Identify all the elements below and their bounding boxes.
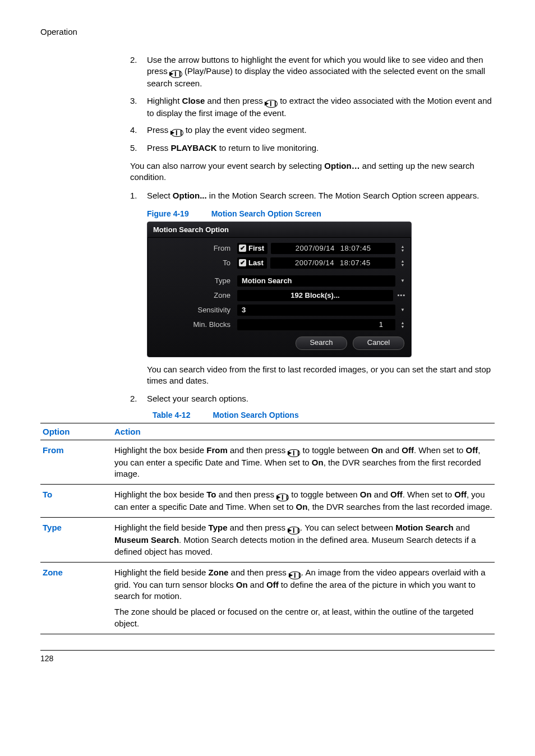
chevron-down-icon: ▼ xyxy=(399,263,407,267)
from-spinner[interactable]: ▲ ▼ xyxy=(399,243,407,254)
type-select[interactable]: Motion Search xyxy=(237,275,395,287)
dialog-title: Motion Search Option xyxy=(147,222,411,238)
step-number: 2. xyxy=(130,393,147,404)
text: Press xyxy=(147,143,171,153)
min-blocks-label: Min. Blocks xyxy=(152,320,234,329)
zone-label: Zone xyxy=(152,291,234,299)
option-zone: Zone xyxy=(40,562,112,634)
bold: On xyxy=(360,490,372,499)
sensitivity-select[interactable]: 3 xyxy=(237,305,395,316)
zone-row: Zone 192 Block(s)... ▪▪▪ xyxy=(152,288,407,303)
step-number: 4. xyxy=(130,125,147,137)
ellipsis-icon[interactable]: ▪▪▪ xyxy=(396,292,407,299)
text: to play the event video segment. xyxy=(186,125,307,135)
min-blocks-spinner[interactable]: ▲ ▼ xyxy=(399,319,407,330)
step-number: 1. xyxy=(130,190,147,201)
from-time: 18:07:45 xyxy=(340,243,371,254)
figure-title: Motion Search Option Screen xyxy=(211,209,321,218)
play-pause-icon: ▶❙❙ xyxy=(276,494,289,501)
text: and xyxy=(248,580,266,589)
from-label: From xyxy=(152,244,234,252)
text: (Play/Pause) to display the video associ… xyxy=(147,66,485,88)
page-number: 128 xyxy=(40,654,53,663)
check-icon: ✔ xyxy=(239,245,246,252)
text: Highlight xyxy=(147,96,182,105)
last-checkbox[interactable]: ✔ Last xyxy=(237,257,267,269)
paragraph: You can search video from the first to l… xyxy=(147,364,495,387)
to-row: To ✔ Last 2007/09/14 18:07:45 ▲ ▼ xyxy=(152,256,407,270)
bold: On xyxy=(371,445,383,455)
to-date: 2007/09/14 xyxy=(295,257,334,269)
check-icon: ✔ xyxy=(239,259,246,266)
min-blocks-field[interactable]: 1 xyxy=(237,319,395,330)
step-number: 2. xyxy=(130,54,147,90)
text: to toggle between xyxy=(289,490,360,499)
text: and then press xyxy=(216,490,277,499)
bold: From xyxy=(206,445,228,455)
search-button[interactable]: Search xyxy=(296,336,347,350)
table-number: Table 4-12 xyxy=(153,411,190,420)
sensitivity-row: Sensitivity 3 ▼ xyxy=(152,303,407,317)
step-number: 5. xyxy=(130,142,147,154)
to-spinner[interactable]: ▲ ▼ xyxy=(399,257,407,269)
bold: Close xyxy=(182,96,205,105)
options-table: Option Action From Highlight the box bes… xyxy=(40,423,495,634)
text: Highlight the box beside xyxy=(114,445,206,455)
text: and xyxy=(372,490,390,499)
step-c-2: 2. Select your search options. xyxy=(130,393,495,404)
text: and then press xyxy=(228,445,288,455)
text: and xyxy=(383,445,402,455)
first-checkbox[interactable]: ✔ First xyxy=(237,243,268,254)
cancel-button[interactable]: Cancel xyxy=(353,336,404,350)
min-blocks-value: 1 xyxy=(379,319,383,330)
bold: Off xyxy=(266,580,279,589)
to-time: 18:07:45 xyxy=(340,257,371,269)
bold: On xyxy=(236,580,248,589)
table-row: Type Highlight the field beside Type and… xyxy=(40,518,495,563)
text: Select your search options. xyxy=(147,393,495,404)
play-pause-icon: ▶❙❙ xyxy=(171,129,183,137)
chevron-down-icon[interactable]: ▼ xyxy=(399,275,407,287)
chevron-down-icon: ▼ xyxy=(399,248,407,252)
page-footer: 128 xyxy=(40,650,495,663)
text: and then press xyxy=(228,568,289,577)
col-action: Action xyxy=(112,423,495,440)
bold: On xyxy=(312,458,324,467)
table-row: Zone Highlight the field beside Zone and… xyxy=(40,562,495,634)
bold: On xyxy=(296,502,308,511)
option-from: From xyxy=(40,440,112,485)
text: The zone should be placed or focused on … xyxy=(114,606,492,629)
table-row: From Highlight the box beside From and t… xyxy=(40,440,495,485)
col-option: Option xyxy=(40,423,112,440)
bold: Off xyxy=(390,490,403,499)
figure-caption: Figure 4-19 Motion Search Option Screen xyxy=(147,209,495,218)
zone-field[interactable]: 192 Block(s)... xyxy=(237,290,393,301)
option-to: To xyxy=(40,485,112,518)
step-a-4: 4. Press ▶❙❙ to play the event video seg… xyxy=(130,125,495,137)
play-pause-icon: ▶❙❙ xyxy=(288,527,300,534)
from-datetime[interactable]: 2007/09/14 18:07:45 xyxy=(271,243,395,254)
step-number: 3. xyxy=(130,95,147,119)
play-pause-icon: ▶❙❙ xyxy=(288,449,300,457)
text: Select xyxy=(147,191,173,200)
bold: Type xyxy=(209,523,228,532)
step-b-1: 1. Select Option... in the Motion Search… xyxy=(130,190,495,201)
text: to return to live monitoring. xyxy=(216,143,319,153)
type-label: Type xyxy=(152,276,234,285)
bold: Off xyxy=(466,445,478,455)
text: to toggle between xyxy=(300,445,371,455)
text: Highlight the field beside xyxy=(114,568,209,577)
chevron-down-icon[interactable]: ▼ xyxy=(399,305,407,316)
to-datetime[interactable]: 2007/09/14 18:07:45 xyxy=(270,257,395,269)
text: . When set to xyxy=(403,490,455,499)
table-caption: Table 4-12 Motion Search Options xyxy=(153,411,495,420)
text: Press xyxy=(147,125,171,135)
step-a-2: 2. Use the arrow buttons to highlight th… xyxy=(130,54,495,90)
from-row: From ✔ First 2007/09/14 18:07:45 ▲ ▼ xyxy=(152,241,407,256)
play-pause-icon: ▶❙❙ xyxy=(265,100,278,108)
bold: Off xyxy=(454,490,467,499)
text: . When set to xyxy=(414,445,466,455)
running-header: Operation xyxy=(40,27,495,36)
step-a-3: 3. Highlight Close and then press ▶❙❙ to… xyxy=(130,95,495,119)
table-row: To Highlight the box beside To and then … xyxy=(40,485,495,518)
